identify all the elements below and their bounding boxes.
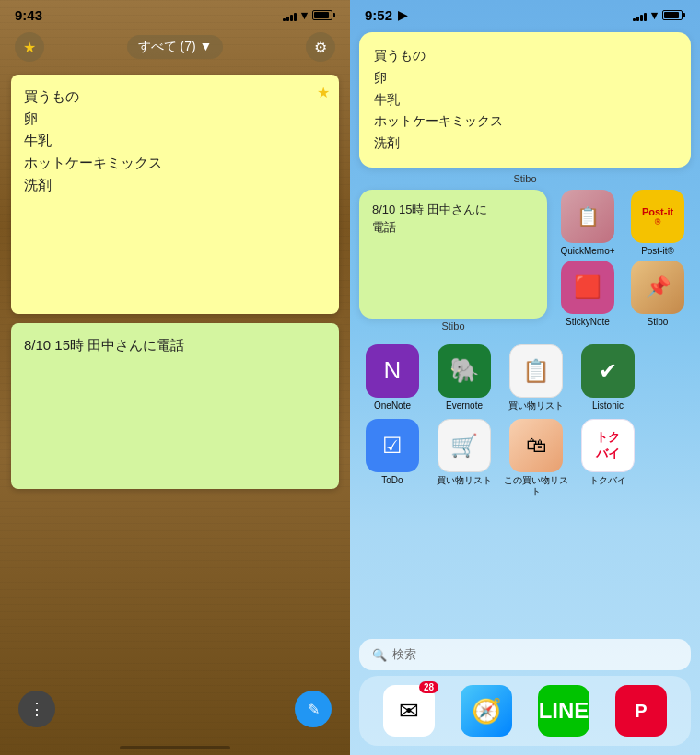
- onenote-label: OneNote: [374, 401, 411, 412]
- all-notes-label: すべて (7) ▼: [138, 39, 213, 55]
- green-note-widget[interactable]: 8/10 15時 田中さんに電話: [359, 190, 547, 319]
- stibo-label-2: Stibo: [359, 320, 547, 331]
- gmail-badge: 28: [419, 681, 438, 693]
- home-bar: [120, 746, 230, 749]
- edit-icon: ✎: [308, 701, 320, 718]
- settings-button[interactable]: ⚙: [306, 32, 335, 62]
- kaimono2-label: 買い物リスト: [437, 475, 492, 486]
- app-row-3: N OneNote 🐘 Evernote 📋 買い物リスト ✔: [359, 344, 691, 412]
- left-status-bar: 9:43 ▾: [0, 0, 350, 27]
- left-toolbar: ★ すべて (7) ▼ ⚙: [0, 27, 350, 67]
- right-wifi-icon: ▾: [651, 8, 658, 22]
- app-onenote[interactable]: N OneNote: [359, 344, 426, 412]
- kaimono2-icon: 🛒: [438, 419, 491, 472]
- dock-gmail-container[interactable]: ✉ 28: [383, 685, 435, 737]
- konokaimono-icon: 🛍: [509, 419, 563, 472]
- quickmemo-icon: 📋: [561, 190, 614, 243]
- todo-icon: ☑: [366, 419, 419, 472]
- stickynote-icon: 🟥: [561, 261, 614, 314]
- star-icon: ★: [23, 39, 36, 56]
- tokubai-icon: トクバイ: [581, 419, 635, 472]
- left-time: 9:43: [15, 7, 42, 23]
- location-icon: ▶: [398, 8, 407, 22]
- notes-list: ★ 買うもの卵牛乳ホットケーキミックス洗剤 8/10 15時 田中さんに電話: [0, 67, 350, 680]
- stickynote-label: StickyNote: [566, 317, 610, 328]
- gear-icon: ⚙: [314, 39, 327, 56]
- kaimono-label: 買い物リスト: [508, 401, 564, 412]
- dots-icon: ⋮: [29, 699, 45, 719]
- right-time: 9:52: [365, 7, 392, 23]
- star-filter-button[interactable]: ★: [15, 32, 44, 62]
- app-stickynote-container[interactable]: 🟥 StickyNote: [554, 261, 621, 328]
- app-listonic[interactable]: ✔ Listonic: [575, 344, 641, 412]
- signal-icon: [283, 10, 297, 21]
- stibo2-icon: 📌: [631, 261, 684, 314]
- left-panel: 9:43 ▾ ★ すべて (7) ▼ ⚙: [0, 0, 350, 755]
- dock-paypay-icon[interactable]: P: [615, 685, 667, 737]
- app-todo[interactable]: ☑ ToDo: [359, 419, 426, 486]
- app-row-2: 🟥 StickyNote 📌 Stibo: [554, 261, 691, 328]
- right-status-bar: 9:52 ▶ ▾: [350, 0, 700, 27]
- evernote-label: Evernote: [446, 401, 483, 412]
- left-status-icons: ▾: [283, 8, 335, 22]
- all-notes-button[interactable]: すべて (7) ▼: [127, 35, 224, 59]
- listonic-label: Listonic: [592, 401, 624, 412]
- postit-label: Post-it®: [641, 246, 674, 257]
- wifi-icon: ▾: [301, 8, 308, 22]
- search-icon: 🔍: [372, 648, 387, 662]
- search-label: 検索: [392, 646, 416, 663]
- app-kaimono-list[interactable]: 📋 買い物リスト: [503, 344, 569, 412]
- right-status-icons: ▾: [633, 8, 685, 22]
- stibo-yellow-widget[interactable]: 買うもの卵牛乳ホットケーキミックス洗剤: [359, 32, 691, 168]
- app-evernote[interactable]: 🐘 Evernote: [431, 344, 497, 412]
- app-row-1: 📋 QuickMemo+ Post-it ® Post-it®: [554, 190, 691, 257]
- app-konokaimono[interactable]: 🛍 この買い物リスト: [503, 419, 569, 497]
- app-postit-container[interactable]: Post-it ® Post-it®: [624, 190, 691, 257]
- right-panel: 9:52 ▶ ▾ 買うもの卵牛乳ホットケーキミックス洗剤 Stibo: [350, 0, 700, 755]
- green-note-text: 8/10 15時 田中さんに電話: [372, 201, 534, 237]
- stibo-widget-text: 買うもの卵牛乳ホットケーキミックス洗剤: [374, 45, 676, 155]
- app-quickmemo-container[interactable]: 📋 QuickMemo+: [554, 190, 621, 257]
- onenote-icon: N: [366, 344, 419, 398]
- app-stibo2-container[interactable]: 📌 Stibo: [624, 261, 691, 328]
- more-options-button[interactable]: ⋮: [18, 691, 55, 727]
- home-indicator: [0, 746, 350, 755]
- listonic-icon: ✔: [581, 344, 635, 398]
- konokaimono-label: この買い物リスト: [503, 475, 569, 497]
- dock-safari-icon[interactable]: 🧭: [461, 685, 512, 737]
- tokubai-label: トクバイ: [589, 475, 626, 486]
- dock: ✉ 28 🧭 LINE P: [359, 676, 691, 746]
- new-note-button[interactable]: ✎: [295, 691, 332, 727]
- stibo-label-1: Stibo: [359, 173, 691, 184]
- evernote-icon: 🐘: [438, 344, 491, 398]
- note-card-green[interactable]: 8/10 15時 田中さんに電話: [11, 323, 339, 489]
- stibo2-label: Stibo: [648, 317, 669, 328]
- widget-row: 8/10 15時 田中さんに電話 Stibo 📋 QuickMemo+: [359, 190, 691, 337]
- todo-label: ToDo: [381, 475, 402, 486]
- app-tokubai[interactable]: トクバイ トクバイ: [575, 419, 641, 486]
- right-signal-icon: [633, 10, 647, 21]
- search-bar[interactable]: 🔍 検索: [359, 639, 691, 670]
- app-row-4: ☑ ToDo 🛒 買い物リスト 🛍 この買い物リスト トクバイ: [359, 419, 691, 497]
- note-card-yellow[interactable]: ★ 買うもの卵牛乳ホットケーキミックス洗剤: [11, 75, 339, 314]
- dock-line-icon[interactable]: LINE: [538, 685, 589, 737]
- note-text-2: 8/10 15時 田中さんに電話: [24, 334, 326, 356]
- note-text-1: 買うもの卵牛乳ホットケーキミックス洗剤: [24, 86, 326, 196]
- kaimono-icon: 📋: [509, 344, 563, 398]
- battery-icon: [312, 10, 335, 20]
- app-kaimono2[interactable]: 🛒 買い物リスト: [431, 419, 497, 486]
- postit-icon: Post-it ®: [631, 190, 684, 243]
- green-widget-container: 8/10 15時 田中さんに電話 Stibo: [359, 190, 547, 337]
- left-bottom-bar: ⋮ ✎: [0, 680, 350, 746]
- quickmemo-label: QuickMemo+: [560, 246, 614, 257]
- right-battery-icon: [662, 10, 685, 20]
- star-badge: ★: [317, 84, 330, 101]
- right-content: 買うもの卵牛乳ホットケーキミックス洗剤 Stibo 8/10 15時 田中さんに…: [350, 27, 700, 635]
- app-icons-right-col: 📋 QuickMemo+ Post-it ® Post-it®: [554, 190, 691, 337]
